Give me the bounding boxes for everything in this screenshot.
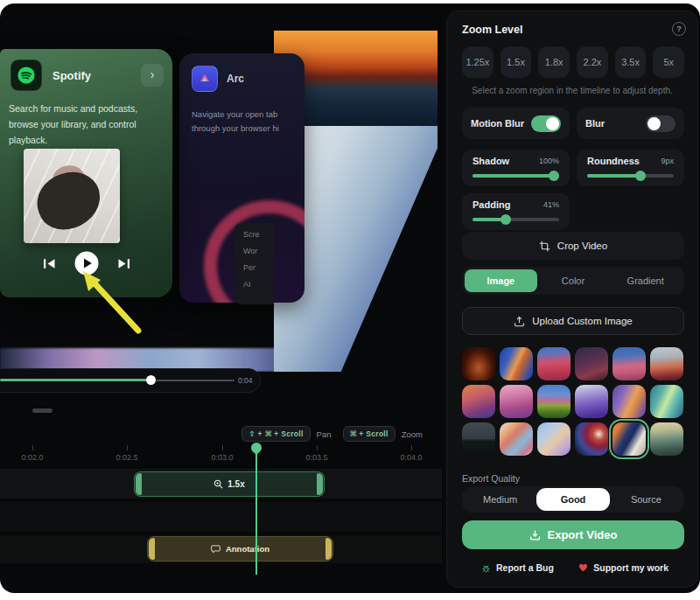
background-thumbnail[interactable] bbox=[575, 347, 608, 380]
background-thumbnail[interactable] bbox=[500, 347, 533, 380]
zoom-segment[interactable]: 1.5x bbox=[134, 471, 325, 497]
spotify-logo-icon bbox=[10, 59, 42, 91]
crop-video-button[interactable]: Crop Video bbox=[462, 232, 684, 260]
background-thumbnail[interactable] bbox=[537, 422, 570, 456]
shadow-slider[interactable] bbox=[472, 174, 559, 178]
menu-item[interactable]: Wor bbox=[243, 247, 274, 255]
shadow-value: 100% bbox=[539, 157, 559, 165]
zoom-shortcut-label: Zoom bbox=[402, 429, 423, 439]
chevron-right-icon[interactable]: › bbox=[141, 64, 164, 87]
spotify-description: Search for music and podcasts, browse yo… bbox=[9, 101, 168, 149]
menu-item[interactable]: Scre bbox=[243, 230, 274, 239]
zoom-hint-text: Select a zoom region in the timeline to … bbox=[447, 86, 697, 95]
timeline[interactable]: ⇧ + ⌘ + Scroll Pan ⌘ + Scroll Zoom 0:02.… bbox=[0, 420, 442, 583]
background-thumbnail[interactable] bbox=[537, 385, 570, 418]
background-thumbnail[interactable] bbox=[575, 422, 608, 456]
zoom-level-title: Zoom Level bbox=[462, 24, 522, 36]
zoom-option-button[interactable]: 1.8x bbox=[538, 46, 570, 78]
menu-item[interactable]: Per bbox=[243, 263, 274, 272]
annotation-segment[interactable]: Annotation bbox=[147, 536, 333, 562]
roundness-label: Roundness bbox=[587, 156, 640, 166]
background-thumbnail[interactable] bbox=[537, 347, 570, 380]
roundness-slider[interactable] bbox=[587, 174, 674, 178]
previous-track-icon[interactable] bbox=[43, 258, 57, 269]
upload-custom-image-button[interactable]: Upload Custom Image bbox=[462, 307, 684, 335]
video-track[interactable] bbox=[0, 502, 442, 532]
background-type-tabs: Image Color Gradient bbox=[462, 267, 684, 295]
background-thumbnail[interactable] bbox=[462, 347, 495, 380]
zoom-segment-label: 1.5x bbox=[228, 479, 244, 489]
annotation-segment-label: Annotation bbox=[226, 544, 270, 554]
quality-source[interactable]: Source bbox=[610, 488, 682, 511]
play-button[interactable] bbox=[74, 251, 99, 276]
background-thumbnail[interactable] bbox=[650, 347, 683, 380]
video-preview[interactable]: Arc Navigate your open tab through your … bbox=[0, 7, 442, 372]
pan-shortcut-label: Pan bbox=[317, 429, 332, 439]
quality-medium[interactable]: Medium bbox=[464, 488, 536, 511]
ruler-label: 0:02.0 bbox=[21, 453, 43, 462]
zoom-option-button[interactable]: 1.5x bbox=[500, 46, 532, 78]
background-thumbnail[interactable] bbox=[650, 385, 683, 418]
background-thumbnail[interactable] bbox=[500, 385, 533, 418]
padding-slider[interactable] bbox=[472, 218, 559, 221]
tab-gradient[interactable]: Gradient bbox=[609, 269, 682, 292]
motion-blur-card: Motion Blur bbox=[462, 108, 570, 139]
ruler-tick bbox=[222, 445, 223, 450]
background-thumbnail[interactable] bbox=[612, 385, 646, 418]
background-thumbnail[interactable] bbox=[462, 385, 495, 418]
timeline-drag-handle[interactable] bbox=[32, 408, 52, 413]
roundness-slider-card: Roundness 9px bbox=[577, 150, 684, 186]
zoom-option-button[interactable]: 1.25x bbox=[462, 46, 494, 78]
spotify-widget-card: Spotify › Search for music and podcasts,… bbox=[0, 49, 172, 297]
zoom-option-button[interactable]: 5x bbox=[653, 46, 684, 78]
support-link[interactable]: Support my work bbox=[578, 562, 668, 573]
blur-toggle[interactable] bbox=[646, 115, 676, 132]
bug-icon bbox=[481, 563, 491, 573]
playback-progress-knob[interactable] bbox=[146, 375, 156, 385]
ruler-label: 0:03.0 bbox=[211, 453, 233, 462]
padding-label: Padding bbox=[472, 199, 510, 210]
background-thumbnail-grid bbox=[462, 347, 684, 456]
background-thumbnail[interactable] bbox=[500, 422, 533, 456]
background-thumbnail-selected[interactable] bbox=[612, 422, 646, 456]
annotation-segment-left-handle[interactable] bbox=[149, 538, 155, 560]
shadow-slider-card: Shadow 100% bbox=[462, 150, 570, 186]
playback-progress-remaining bbox=[156, 380, 234, 381]
padding-value: 41% bbox=[543, 200, 559, 209]
zoom-segment-left-handle[interactable] bbox=[136, 473, 142, 495]
zoom-option-button[interactable]: 3.5x bbox=[615, 46, 647, 78]
padding-slider-card: Padding 41% bbox=[462, 193, 570, 230]
menu-item[interactable]: AI bbox=[243, 280, 274, 289]
tab-image[interactable]: Image bbox=[465, 269, 537, 292]
playback-progress-fill bbox=[0, 379, 147, 381]
background-thumbnail[interactable] bbox=[575, 385, 608, 418]
motion-blur-label: Motion Blur bbox=[471, 118, 524, 129]
speech-bubble-icon bbox=[211, 545, 220, 554]
tab-color[interactable]: Color bbox=[537, 269, 610, 292]
spotify-title: Spotify bbox=[52, 69, 141, 82]
background-thumbnail[interactable] bbox=[650, 422, 683, 456]
quality-good[interactable]: Good bbox=[536, 488, 609, 511]
arc-description: Navigate your open tab through your brow… bbox=[192, 108, 302, 135]
duration-label: 0:04 bbox=[238, 376, 253, 385]
annotation-segment-right-handle[interactable] bbox=[326, 538, 332, 560]
report-bug-link[interactable]: Report a Bug bbox=[481, 562, 554, 573]
blur-card: Blur bbox=[577, 108, 684, 139]
crop-icon bbox=[539, 241, 550, 252]
background-thumbnail[interactable] bbox=[462, 422, 495, 456]
export-quality-title: Export Quality bbox=[462, 473, 520, 484]
playhead-handle[interactable] bbox=[251, 443, 262, 453]
export-video-button[interactable]: Export Video bbox=[462, 520, 684, 549]
zoom-option-button[interactable]: 2.2x bbox=[577, 46, 608, 78]
magnifier-plus-icon bbox=[214, 479, 223, 489]
background-thumbnail[interactable] bbox=[612, 347, 646, 380]
help-icon[interactable]: ? bbox=[672, 22, 686, 36]
context-menu-popup: Scre Wor Per AI bbox=[234, 223, 274, 304]
next-track-icon[interactable] bbox=[116, 258, 130, 269]
playhead-line[interactable] bbox=[256, 446, 257, 575]
arc-title: Arc bbox=[227, 73, 244, 85]
ruler-tick bbox=[411, 445, 412, 450]
motion-blur-toggle[interactable] bbox=[531, 115, 561, 132]
zoom-segment-right-handle[interactable] bbox=[317, 473, 323, 495]
ruler-label: 0:03.5 bbox=[305, 453, 327, 462]
